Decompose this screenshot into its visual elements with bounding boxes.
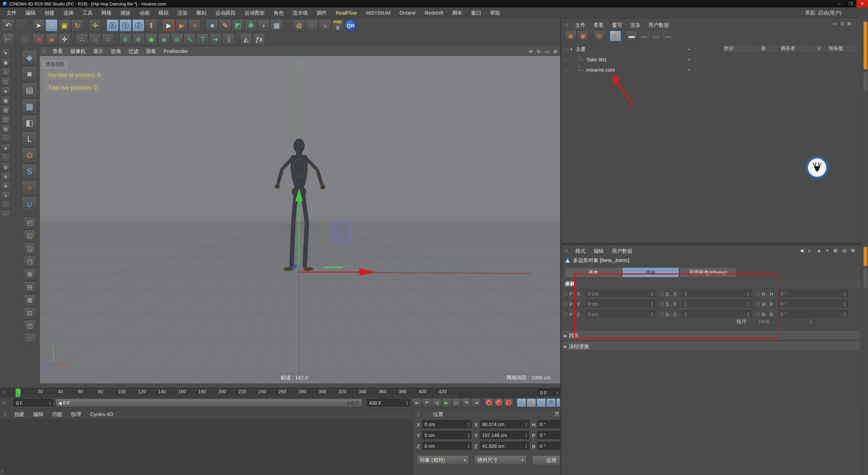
material-menu-item[interactable]: 功能 bbox=[48, 411, 67, 418]
menu-item[interactable]: 运动跟踪 bbox=[211, 7, 240, 18]
object-axis-icon[interactable]: ◧ bbox=[22, 115, 37, 131]
material-manager-area[interactable] bbox=[0, 419, 413, 475]
collapsed-section[interactable]: ▶ 冻结变换 bbox=[561, 342, 859, 351]
record-rotation-toggle[interactable]: ↻ bbox=[536, 398, 546, 407]
keyframe-ring-icon[interactable] bbox=[564, 312, 567, 316]
globe-icon[interactable]: ◍ bbox=[293, 19, 305, 32]
spline-wrap-icon[interactable]: ➜ bbox=[210, 33, 222, 45]
menu-item[interactable]: Redshift bbox=[420, 7, 448, 18]
attribute-field[interactable]: 1▴▾ bbox=[682, 300, 751, 308]
take-label[interactable]: 主要 bbox=[576, 46, 586, 53]
keyframe-ring-icon[interactable] bbox=[564, 302, 567, 306]
take-state-icon[interactable]: ∷ bbox=[563, 67, 570, 72]
panel-grip[interactable]: ⠿ bbox=[43, 49, 46, 54]
menu-item[interactable]: 流水线 bbox=[288, 7, 312, 18]
coordinate-field[interactable]: 41.929 cm▴▾ bbox=[480, 442, 529, 451]
x-axis-lock-icon[interactable]: Ⓧ bbox=[106, 19, 119, 32]
render-take-2-icon[interactable]: ▬ bbox=[650, 31, 662, 41]
menu-item[interactable]: 网格 bbox=[97, 7, 116, 18]
menu-item[interactable]: 窗口 bbox=[467, 7, 486, 18]
magnet-icon[interactable]: ∪ bbox=[22, 196, 37, 212]
render-take-3-icon[interactable]: ▬ bbox=[663, 31, 674, 41]
wind-icon[interactable]: ◭ bbox=[240, 33, 252, 45]
track-selection-icon[interactable]: ◎ bbox=[842, 248, 846, 253]
enable-axis-icon[interactable]: ⊙ bbox=[22, 148, 37, 163]
fire-sim-icon[interactable]: ≈ bbox=[22, 180, 37, 196]
texture-mode-icon[interactable]: ◇ bbox=[1, 68, 10, 76]
psr-reset-icon[interactable]: PSR 0 bbox=[332, 19, 344, 32]
take-label[interactable]: mixamo.com bbox=[586, 67, 615, 73]
toolbar-icon[interactable] bbox=[102, 19, 106, 32]
render-marked-takes-icon[interactable]: ▬ bbox=[626, 31, 637, 41]
y-axis-lock-icon[interactable]: Ⓨ bbox=[119, 19, 132, 32]
move-tool-icon[interactable]: ✛ bbox=[45, 19, 58, 32]
next-key-button[interactable]: ↷ bbox=[461, 398, 471, 407]
keyframe-ring-icon[interactable] bbox=[660, 312, 664, 316]
point-mode-icon[interactable]: ◈ bbox=[1, 87, 10, 95]
point-select-icon[interactable]: ◆ bbox=[45, 33, 58, 45]
vertical-tab-active-2[interactable] bbox=[864, 247, 867, 266]
deformer-icon[interactable]: ◗ bbox=[258, 19, 270, 32]
edge-mode-icon[interactable]: ▦ bbox=[1, 96, 10, 105]
transport-button[interactable] bbox=[481, 398, 484, 407]
menu-item[interactable]: 动画 bbox=[135, 7, 154, 18]
coordinate-field[interactable]: 0 cm▴▾ bbox=[422, 431, 472, 440]
attribute-field[interactable]: 0 cm▴▾ bbox=[586, 290, 655, 298]
maximize-button[interactable]: ❐ bbox=[845, 0, 856, 7]
take-dot-icon[interactable]: ● bbox=[688, 47, 690, 51]
new-take-icon[interactable]: ◉ bbox=[565, 31, 576, 41]
render-settings-icon[interactable]: ✳ bbox=[189, 19, 201, 32]
viewport-quad-icon[interactable]: ◲ bbox=[24, 243, 36, 255]
tracer-icon[interactable]: ∿ bbox=[184, 33, 196, 45]
take-column-header[interactable]: 组标签 bbox=[827, 44, 858, 53]
viewport-menu-item[interactable]: 摄像机 bbox=[67, 48, 90, 55]
particle-group-icon[interactable]: ⊕ bbox=[132, 33, 144, 45]
vertical-tab[interactable] bbox=[864, 72, 867, 91]
toolbar-icon[interactable] bbox=[28, 19, 32, 32]
particle-mesh-icon[interactable]: ◈ bbox=[158, 33, 170, 45]
size-dropdown[interactable]: 绝对尺寸▾ bbox=[474, 455, 527, 465]
order-dropdown[interactable]: HPB▾ bbox=[756, 318, 814, 326]
menu-item[interactable]: 运动图形 bbox=[240, 7, 269, 18]
play-button[interactable]: ▶ bbox=[442, 398, 451, 407]
attribute-field[interactable]: 0 cm▴▾ bbox=[586, 300, 655, 308]
no-points-icon[interactable]: ⊗ bbox=[33, 33, 45, 45]
vertical-tab-2[interactable] bbox=[864, 269, 867, 288]
take-camera-icons[interactable]: ◌◌ bbox=[695, 67, 705, 72]
menu-item[interactable]: 雕刻 bbox=[192, 7, 211, 18]
record-position-toggle[interactable]: ✛ bbox=[517, 398, 526, 407]
deer-badge-icon[interactable] bbox=[808, 158, 826, 177]
transport-button[interactable] bbox=[514, 398, 516, 407]
keyframe-selection-button[interactable]: ? bbox=[504, 398, 513, 407]
menu-item[interactable]: 文件 bbox=[2, 7, 21, 18]
attribute-field[interactable]: 1▴▾ bbox=[682, 290, 751, 298]
viewport[interactable]: ⠿ 查看摄像机显示选项过滤面板ProRender ✛↻▭⊞ bbox=[40, 47, 560, 383]
ruler-frame-field[interactable]: 0 F▴▾ bbox=[538, 389, 560, 397]
maximize-view-icon[interactable]: ▭ bbox=[545, 49, 549, 54]
grid-points-icon[interactable]: ∷ bbox=[102, 33, 114, 45]
take-state-icon[interactable]: ∷ bbox=[563, 47, 570, 52]
toolbar-icon[interactable] bbox=[283, 19, 288, 32]
rotate-tool-icon[interactable]: ↻ bbox=[71, 19, 83, 32]
attribute-menu-item[interactable]: 模式 bbox=[571, 248, 590, 254]
swirl-icon[interactable]: § bbox=[222, 33, 235, 45]
quick-render-icon[interactable]: QR bbox=[344, 19, 357, 32]
viewport-menu-item[interactable]: ProRender bbox=[160, 48, 192, 55]
autokey-button[interactable]: ◑ bbox=[494, 398, 504, 407]
take-column-header[interactable]: 拥有者 bbox=[779, 44, 815, 53]
workplane-icon[interactable]: ▦ bbox=[22, 99, 37, 114]
take-menu-item[interactable]: 渲染 bbox=[626, 22, 645, 28]
attribute-menu-item[interactable]: 用户数据 bbox=[608, 248, 636, 254]
attribute-field[interactable]: 0 °▴▾ bbox=[778, 290, 848, 298]
render-take-1-icon[interactable]: ▬ bbox=[638, 31, 650, 41]
view-label[interactable]: 透视视图 bbox=[42, 60, 68, 69]
coordinate-field[interactable]: 80.074 cm▴▾ bbox=[480, 420, 529, 429]
material-menu-item[interactable]: Cycles 4D bbox=[86, 411, 118, 418]
attribute-field[interactable]: 0 cm▴▾ bbox=[586, 310, 655, 318]
current-frame-field[interactable]: 0 F▴▾ bbox=[14, 399, 53, 407]
subdivision-surface-icon[interactable]: ◩ bbox=[232, 19, 244, 32]
collapsed-section[interactable]: ▶ 四元 bbox=[561, 331, 859, 340]
menu-item[interactable]: 创建 bbox=[40, 7, 59, 18]
particle-cache-icon[interactable]: ⊚ bbox=[171, 33, 183, 45]
hierarchy-icon[interactable]: ⊢ bbox=[2, 33, 14, 45]
